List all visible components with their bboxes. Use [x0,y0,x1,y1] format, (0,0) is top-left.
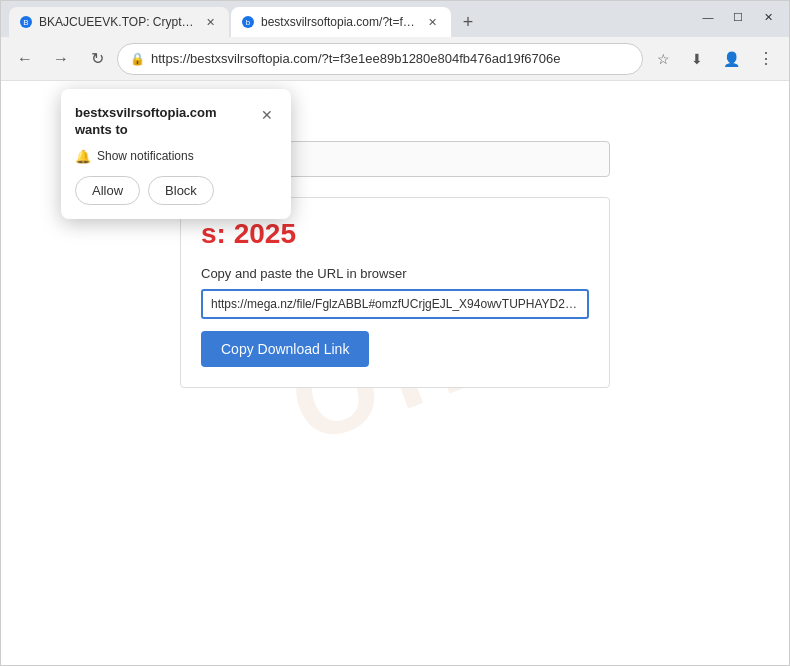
popup-notification-row: 🔔 Show notifications [75,149,277,164]
download-button[interactable]: ⬇ [681,43,713,75]
popup-title: bestxsvilrsoftopia.com wants to [75,105,251,139]
address-text: https://bestxsvilrsoftopia.com/?t=f3e1ee… [151,51,630,66]
address-bar[interactable]: 🔒 https://bestxsvilrsoftopia.com/?t=f3e1… [117,43,643,75]
year-heading: s: 2025 [201,218,589,250]
content-box: s: 2025 Copy and paste the URL in browse… [180,197,610,388]
svg-text:b: b [246,18,251,27]
popup-close-button[interactable]: ✕ [257,105,277,125]
new-tab-button[interactable]: + [453,7,483,37]
tab-2-title: bestxsvilrsoftopia.com/?t=f3e1… [261,15,417,29]
block-button[interactable]: Block [148,176,214,205]
tab-bar-area: B BKAJCUEEVK.TOP: Crypto Casin… ✕ b best… [1,1,789,37]
forward-button[interactable]: → [45,43,77,75]
lock-icon: 🔒 [130,52,145,66]
tab-2-close[interactable]: ✕ [423,13,441,31]
bell-icon: 🔔 [75,149,91,164]
popup-buttons: Allow Block [75,176,277,205]
page-area: OTE s: 2025 Copy and paste the URL in br… [1,81,789,665]
menu-button[interactable]: ⋮ [749,43,781,75]
copy-download-button[interactable]: Copy Download Link [201,331,369,367]
allow-button[interactable]: Allow [75,176,140,205]
tab-2-favicon: b [241,15,255,29]
show-notifications-label: Show notifications [97,149,194,163]
reload-button[interactable]: ↻ [81,43,113,75]
url-display[interactable]: https://mega.nz/file/FglzABBL#omzfUCrjgE… [201,289,589,319]
tab-1[interactable]: B BKAJCUEEVK.TOP: Crypto Casin… ✕ [9,7,229,37]
popup-header: bestxsvilrsoftopia.com wants to ✕ [75,105,277,139]
maximize-button[interactable]: ☐ [725,7,751,27]
back-button[interactable]: ← [9,43,41,75]
minimize-button[interactable]: — [695,7,721,27]
notification-popup: bestxsvilrsoftopia.com wants to ✕ 🔔 Show… [61,89,291,219]
profile-button[interactable]: 👤 [715,43,747,75]
close-button[interactable]: ✕ [755,7,781,27]
tab-2[interactable]: b bestxsvilrsoftopia.com/?t=f3e1… ✕ [231,7,451,37]
tab-1-close[interactable]: ✕ [201,13,219,31]
browser-frame: B BKAJCUEEVK.TOP: Crypto Casin… ✕ b best… [0,0,790,666]
navigation-bar: ← → ↻ 🔒 https://bestxsvilrsoftopia.com/?… [1,37,789,81]
svg-text:B: B [23,18,28,27]
window-controls: — ☐ ✕ [695,7,781,27]
bookmark-button[interactable]: ☆ [647,43,679,75]
nav-actions: ☆ ⬇ 👤 ⋮ [647,43,781,75]
tab-1-favicon: B [19,15,33,29]
tab-bar: B BKAJCUEEVK.TOP: Crypto Casin… ✕ b best… [1,1,789,37]
tab-1-title: BKAJCUEEVK.TOP: Crypto Casin… [39,15,195,29]
url-section-label: Copy and paste the URL in browser [201,266,589,281]
